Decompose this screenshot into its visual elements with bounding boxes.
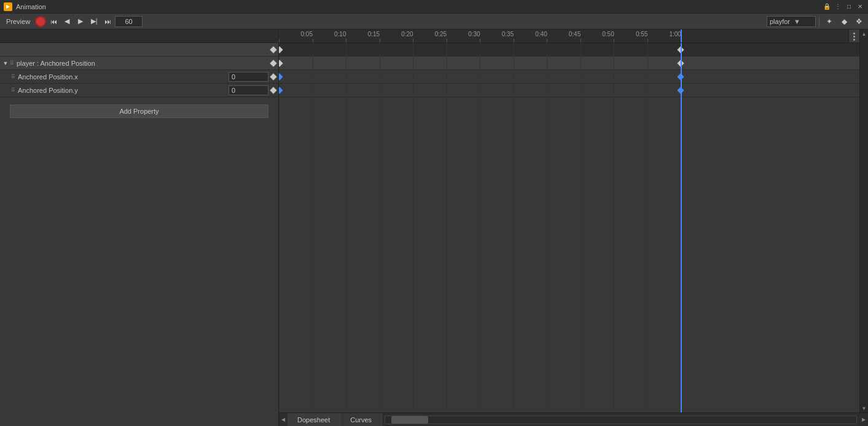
ruler-tick: 0:05: [313, 39, 313, 42]
ruler-tick: 0:40: [547, 39, 547, 42]
ruler-tick: 0:15: [380, 39, 380, 42]
scroll-up-button[interactable]: ▲: [860, 30, 869, 38]
timeline-panel: 0:000:050:100:150:200:250:300:350:400:45…: [279, 30, 868, 426]
drag-handle-x[interactable]: ⠿: [11, 74, 15, 80]
window-icon: ▶: [4, 2, 12, 11]
grid-line: [380, 43, 380, 412]
ruler-tick: 0:35: [514, 39, 514, 42]
ruler-tick: 0:45: [581, 39, 581, 42]
ruler-tick: 1:00: [681, 39, 681, 42]
scroll-track[interactable]: [860, 38, 869, 404]
clip-name: playfor: [770, 18, 790, 25]
grid-line: [681, 43, 681, 412]
ruler-tick: 0:00: [279, 39, 280, 42]
clip-dropdown-arrow: ▼: [794, 18, 800, 25]
track-name-player-anchored: player : Anchored Position: [17, 60, 268, 67]
close-button[interactable]: ✕: [856, 2, 864, 11]
group-keyframe-diamond[interactable]: [270, 46, 276, 53]
grid-line: [581, 43, 581, 412]
animation-toolbar: Preview ⏮ ◀ ▶ ▶| ⏭ playfor ▼ ✦ ◆ ❖: [0, 14, 868, 30]
scroll-right-button[interactable]: ▶: [859, 413, 868, 427]
play-button[interactable]: ▶: [74, 15, 87, 28]
next-frame-button[interactable]: ▶|: [88, 15, 100, 28]
drag-handle-y[interactable]: ⠿: [11, 87, 15, 93]
grid-line: [647, 43, 648, 412]
ruler-spacer: [0, 30, 278, 43]
grid-line: [346, 43, 346, 412]
grid-line: [413, 43, 413, 412]
grid-line: [447, 43, 447, 412]
ruler-tick: 0:20: [413, 39, 413, 42]
scroll-down-button[interactable]: ▼: [860, 404, 869, 412]
grid-line: [279, 43, 280, 412]
keyframe-row: [279, 57, 859, 70]
bottom-bar: ◀ Dopesheet Curves ▶: [279, 412, 868, 426]
record-button[interactable]: [35, 16, 46, 27]
grid-line: [313, 43, 313, 412]
track-row-player-anchored: ▼ ⠿ player : Anchored Position: [0, 57, 278, 70]
first-frame-button[interactable]: ⏮: [47, 15, 60, 28]
track-name-anchored-y: Anchored Position.y: [18, 87, 229, 94]
window-title: Animation: [16, 3, 46, 10]
time-ruler[interactable]: 0:000:050:100:150:200:250:300:350:400:45…: [279, 30, 859, 43]
grid-line: [547, 43, 547, 412]
animation-window: ▶ Animation 🔒 ⋮ □ ✕ Preview ⏮ ◀ ▶ ▶| ⏭ p…: [0, 0, 868, 426]
value-input-y[interactable]: [229, 85, 268, 95]
group-header-row: [0, 43, 278, 57]
track-keyframe-diamond-y[interactable]: [270, 87, 276, 93]
frame-input[interactable]: [115, 16, 143, 27]
timeline-more-button[interactable]: [848, 30, 859, 43]
horizontal-scrollbar[interactable]: [385, 416, 857, 424]
keyframe-playhead: [681, 43, 682, 412]
add-property-container: Add Property: [0, 97, 278, 125]
title-bar: ▶ Animation 🔒 ⋮ □ ✕: [0, 0, 868, 14]
drag-handle-player[interactable]: ⠿: [10, 60, 14, 66]
keyframe-row: [279, 43, 859, 57]
track-keyframe-diamond-player[interactable]: [270, 60, 276, 66]
more-options-button[interactable]: ⋮: [834, 2, 842, 11]
ruler-tick: 0:30: [480, 39, 480, 42]
track-row-anchored-y: ⠿ Anchored Position.y: [0, 84, 278, 97]
add-property-button[interactable]: Add Property: [10, 105, 268, 118]
ruler-tick: 0:55: [647, 39, 648, 42]
scroll-left-button[interactable]: ◀: [279, 413, 287, 427]
preview-button[interactable]: Preview: [2, 17, 34, 26]
vertical-scrollbar[interactable]: ▲ ▼: [859, 30, 868, 412]
keyframe-tool-button[interactable]: ◆: [837, 15, 851, 28]
expand-arrow[interactable]: ▼: [2, 60, 9, 66]
track-keyframe-diamond-x[interactable]: [270, 73, 276, 80]
keyframe-row: [279, 70, 859, 84]
grid-line: [514, 43, 514, 412]
main-area: ▼ ⠿ player : Anchored Position ⠿ Anchore…: [0, 30, 868, 426]
maximize-button[interactable]: □: [845, 2, 853, 11]
left-panel: ▼ ⠿ player : Anchored Position ⠿ Anchore…: [0, 30, 279, 426]
clip-selector[interactable]: playfor ▼: [767, 16, 816, 27]
prev-frame-button[interactable]: ◀: [61, 15, 73, 28]
lock-button[interactable]: 🔒: [823, 2, 831, 11]
last-frame-button[interactable]: ⏭: [101, 15, 114, 28]
add-keyframe-button[interactable]: ✦: [823, 15, 836, 28]
value-input-x[interactable]: [229, 72, 268, 82]
tab-dopesheet[interactable]: Dopesheet: [287, 413, 340, 426]
bottom-tabs: Dopesheet Curves: [287, 413, 382, 426]
track-row-anchored-x: ⠿ Anchored Position.x: [0, 70, 278, 84]
scrollbar-thumb[interactable]: [391, 416, 428, 424]
keyframe-area: [279, 43, 859, 412]
grid-line: [614, 43, 614, 412]
keyframe-row: [279, 84, 859, 97]
ruler-tick: 0:10: [346, 39, 346, 42]
ruler-tick: 0:50: [614, 39, 614, 42]
ruler-tick: 0:25: [447, 39, 447, 42]
insert-keyframe-button[interactable]: ❖: [852, 15, 866, 28]
tab-curves[interactable]: Curves: [340, 413, 382, 426]
grid-line: [480, 43, 480, 412]
track-name-anchored-x: Anchored Position.x: [18, 73, 229, 81]
